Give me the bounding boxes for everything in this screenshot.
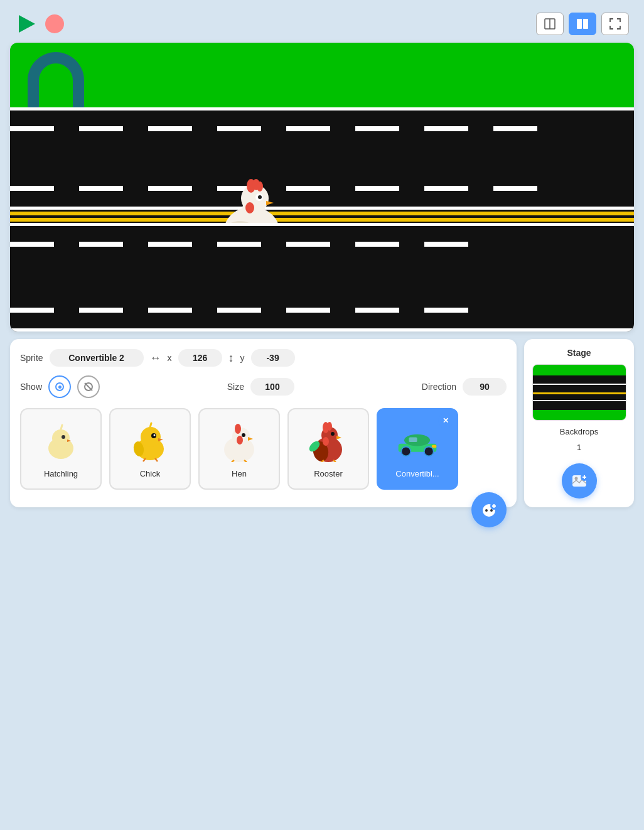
view-normal-button[interactable] (536, 13, 564, 35)
svg-marker-107 (336, 436, 341, 439)
sprite-info-row: Sprite Convertible 2 ↔ x 126 ↕ y -39 (20, 349, 507, 367)
view-split-button[interactable] (569, 13, 596, 35)
bottom-panel: Sprite Convertible 2 ↔ x 126 ↕ y -39 Sho… (8, 339, 636, 507)
sprite-panel: Sprite Convertible 2 ↔ x 126 ↕ y -39 Sho… (10, 339, 517, 507)
svg-point-117 (424, 446, 434, 456)
toolbar-right (536, 13, 629, 35)
thumb-yellow-line (533, 392, 626, 394)
road-divider (10, 210, 634, 223)
app-container: Sprite Convertible 2 ↔ x 126 ↕ y -39 Sho… (0, 0, 644, 515)
chick-thumbnail (128, 420, 172, 464)
sprite-controls-row: Show Size 100 Directi (20, 375, 507, 398)
thumb-white-line-1 (533, 384, 626, 385)
svg-rect-3 (577, 19, 582, 29)
delete-sprite-button[interactable]: ✕ (438, 413, 453, 428)
sprites-grid: Hatchling (20, 408, 507, 490)
svg-rect-4 (583, 19, 588, 29)
thumb-road (533, 375, 626, 410)
svg-point-108 (323, 437, 329, 446)
show-visible-button[interactable] (48, 375, 71, 398)
svg-point-96 (242, 433, 245, 437)
stage-title: Stage (567, 348, 591, 358)
svg-rect-118 (409, 437, 417, 441)
x-axis-icon: ↔ (150, 352, 161, 365)
sprite-name-field[interactable]: Convertible 2 (50, 349, 144, 367)
thumb-white-line-2 (533, 400, 626, 401)
convertible-label: Convertibl... (395, 469, 439, 478)
direction-label: Direction (422, 382, 456, 392)
rooster-thumbnail (306, 420, 350, 464)
svg-rect-115 (432, 445, 436, 448)
thumb-grass-top (533, 365, 626, 375)
stage-thumb-canvas (533, 365, 626, 420)
svg-line-81 (61, 425, 62, 429)
eye-dot (58, 385, 62, 389)
road-top (10, 107, 634, 210)
game-stage (10, 43, 634, 331)
svg-point-123 (490, 509, 493, 512)
sprite-card-hen[interactable]: Hen (198, 408, 280, 490)
sprite-card-hatchling[interactable]: Hatchling (20, 408, 102, 490)
svg-point-128 (574, 477, 577, 480)
hatchling-label: Hatchling (44, 469, 78, 478)
top-toolbar (8, 8, 636, 43)
play-button[interactable] (15, 13, 38, 35)
backdrops-label: Backdrops (560, 427, 598, 436)
hen-label: Hen (232, 469, 247, 478)
toolbar-left (15, 13, 64, 35)
svg-point-116 (401, 446, 411, 456)
rooster-label: Rooster (314, 469, 343, 478)
sprite-label: Sprite (20, 353, 43, 363)
thumb-grass-bot (533, 410, 626, 421)
backdrops-count: 1 (577, 443, 581, 452)
y-label: y (240, 353, 245, 363)
svg-marker-97 (248, 437, 253, 441)
stage-thumbnail[interactable] (532, 364, 626, 421)
svg-point-105 (327, 422, 332, 431)
svg-line-92 (155, 458, 158, 461)
svg-marker-88 (158, 438, 163, 441)
svg-point-80 (52, 429, 70, 447)
eye-icon (55, 382, 64, 391)
size-label: Size (227, 382, 244, 392)
chick-label: Chick (140, 469, 161, 478)
sprite-card-rooster[interactable]: Rooster (287, 408, 369, 490)
svg-point-35 (258, 195, 262, 199)
svg-marker-0 (19, 15, 35, 33)
stage-panel: Stage Backdrops 1 (524, 339, 634, 507)
svg-point-106 (331, 432, 335, 436)
y-value-field[interactable]: -39 (251, 349, 295, 367)
road-scene (10, 43, 634, 331)
grass-top (10, 43, 634, 107)
game-canvas (10, 43, 634, 331)
svg-point-85 (141, 427, 161, 447)
view-fullscreen-button[interactable] (601, 13, 629, 35)
svg-line-89 (150, 423, 151, 428)
size-value-field[interactable]: 100 (250, 378, 294, 396)
direction-value-field[interactable]: 90 (463, 378, 507, 396)
convertible-thumbnail (395, 420, 439, 464)
road-bottom (10, 223, 634, 331)
svg-point-122 (485, 509, 488, 512)
x-value-field[interactable]: 126 (178, 349, 222, 367)
svg-line-111 (333, 460, 336, 462)
add-sprite-button[interactable] (471, 492, 507, 527)
hen-thumbnail (217, 420, 261, 464)
svg-point-87 (153, 434, 155, 436)
sprite-card-convertible[interactable]: ✕ Convertibl... (377, 408, 458, 490)
svg-point-32 (257, 181, 263, 191)
svg-point-95 (235, 424, 241, 434)
add-backdrop-button[interactable] (562, 463, 597, 499)
hatchling-thumbnail (39, 420, 83, 464)
stop-button[interactable] (45, 14, 64, 33)
svg-point-33 (245, 202, 254, 213)
show-hidden-button[interactable] (77, 375, 100, 398)
svg-point-82 (62, 435, 65, 439)
y-axis-icon: ↕ (228, 352, 234, 365)
svg-point-98 (237, 436, 243, 445)
svg-marker-36 (266, 201, 274, 205)
sprite-card-chick[interactable]: Chick (109, 408, 191, 490)
show-label: Show (20, 382, 42, 392)
x-label: x (168, 353, 172, 363)
